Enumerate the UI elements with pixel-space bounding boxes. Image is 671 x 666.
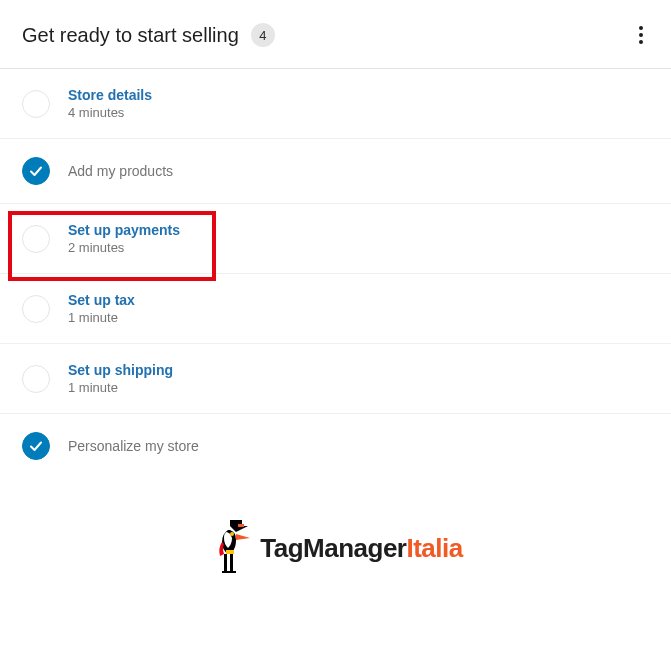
task-duration: 4 minutes <box>68 105 152 120</box>
header-left: Get ready to start selling 4 <box>22 23 275 47</box>
task-status-circle <box>22 225 50 253</box>
more-options-button[interactable] <box>633 20 649 50</box>
task-title: Add my products <box>68 163 173 179</box>
task-title: Set up payments <box>68 222 180 238</box>
check-icon <box>29 164 43 178</box>
svg-rect-9 <box>226 550 234 554</box>
task-status-circle <box>22 365 50 393</box>
task-status-circle <box>22 157 50 185</box>
task-duration: 2 minutes <box>68 240 180 255</box>
task-status-circle <box>22 295 50 323</box>
logo-area: TagManagerItalia <box>0 478 671 608</box>
logo-text-primary: TagManager <box>260 533 406 563</box>
task-title: Set up shipping <box>68 362 173 378</box>
svg-rect-7 <box>224 554 227 572</box>
brand-logo: TagManagerItalia <box>208 518 462 578</box>
page-title: Get ready to start selling <box>22 24 239 47</box>
task-setup-shipping[interactable]: Set up shipping 1 minute <box>0 344 671 414</box>
task-status-circle <box>22 432 50 460</box>
task-title: Set up tax <box>68 292 135 308</box>
logo-text-secondary: Italia <box>406 533 462 563</box>
task-title: Store details <box>68 87 152 103</box>
task-body: Set up tax 1 minute <box>68 292 135 325</box>
more-vertical-icon <box>639 26 643 44</box>
svg-point-1 <box>639 33 643 37</box>
check-icon <box>29 439 43 453</box>
task-body: Personalize my store <box>68 438 199 454</box>
task-personalize-store[interactable]: Personalize my store <box>0 414 671 478</box>
remaining-count-badge: 4 <box>251 23 275 47</box>
svg-marker-6 <box>236 534 250 540</box>
svg-rect-4 <box>238 524 244 527</box>
onboarding-header: Get ready to start selling 4 <box>0 0 671 69</box>
task-list: Store details 4 minutes Add my products … <box>0 69 671 478</box>
logo-text-wrap: TagManagerItalia <box>260 533 462 564</box>
task-status-circle <box>22 90 50 118</box>
svg-point-5 <box>230 532 234 536</box>
task-body: Set up payments 2 minutes <box>68 222 180 255</box>
task-duration: 1 minute <box>68 310 135 325</box>
task-body: Store details 4 minutes <box>68 87 152 120</box>
woodpecker-icon <box>208 518 254 578</box>
task-body: Set up shipping 1 minute <box>68 362 173 395</box>
svg-point-2 <box>639 40 643 44</box>
svg-rect-8 <box>230 554 233 572</box>
task-duration: 1 minute <box>68 380 173 395</box>
task-add-products[interactable]: Add my products <box>0 139 671 204</box>
svg-point-0 <box>639 26 643 30</box>
task-body: Add my products <box>68 163 173 179</box>
task-store-details[interactable]: Store details 4 minutes <box>0 69 671 139</box>
task-setup-payments[interactable]: Set up payments 2 minutes <box>0 204 671 274</box>
task-title: Personalize my store <box>68 438 199 454</box>
task-setup-tax[interactable]: Set up tax 1 minute <box>0 274 671 344</box>
